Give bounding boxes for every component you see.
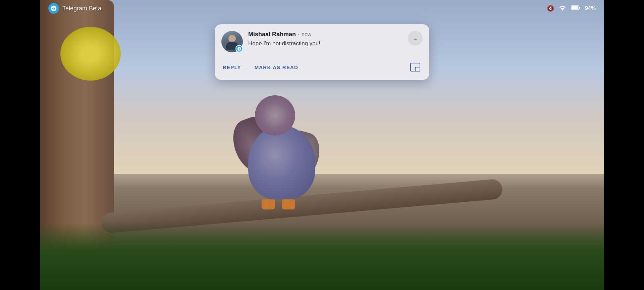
left-black-bar <box>0 0 40 290</box>
bird <box>235 105 329 213</box>
tree-leaves <box>60 27 121 81</box>
reply-button[interactable]: REPLY <box>221 62 248 73</box>
battery-icon <box>571 5 580 12</box>
notification-title-row: Mishaal Rahman · now <box>248 31 402 38</box>
time-sent: now <box>302 32 311 38</box>
notification-message: Hope I'm not distracting you! <box>248 40 402 48</box>
right-black-bar <box>604 0 644 290</box>
bird-foot-right <box>282 199 295 209</box>
notification-content: Mishaal Rahman · now Hope I'm not distra… <box>248 31 402 48</box>
notification-actions: REPLY MARK AS READ <box>221 57 423 75</box>
notification-card: Mishaal Rahman · now Hope I'm not distra… <box>215 24 429 80</box>
sender-name: Mishaal Rahman <box>248 31 296 38</box>
status-bar-left: Telegram Beta <box>48 3 101 14</box>
bird-body <box>248 126 315 199</box>
bird-feet <box>262 199 295 209</box>
notification-header: Mishaal Rahman · now Hope I'm not distra… <box>221 31 423 52</box>
bird-foot-left <box>262 199 275 209</box>
mute-icon: 🔇 <box>547 5 554 12</box>
app-name-label: Telegram Beta <box>62 5 101 12</box>
dot-separator: · <box>298 31 300 38</box>
telegram-app-icon <box>48 3 59 14</box>
pip-icon <box>410 63 420 71</box>
avatar-container <box>221 31 243 52</box>
mark-as-read-button[interactable]: MARK AS READ <box>248 62 305 73</box>
status-bar-right: 🔇 94% <box>547 5 596 12</box>
svg-rect-2 <box>579 7 580 9</box>
wifi-icon <box>559 5 566 12</box>
collapse-button[interactable]: ⌄ <box>408 31 423 46</box>
chevron-down-icon: ⌄ <box>413 35 418 42</box>
pip-button[interactable] <box>408 60 423 75</box>
bird-head <box>255 95 295 136</box>
ground-foliage <box>40 223 604 290</box>
status-bar: Telegram Beta 🔇 94% <box>40 0 604 17</box>
telegram-badge-icon <box>235 45 243 52</box>
svg-rect-1 <box>571 6 578 9</box>
battery-percent: 94% <box>585 5 596 11</box>
